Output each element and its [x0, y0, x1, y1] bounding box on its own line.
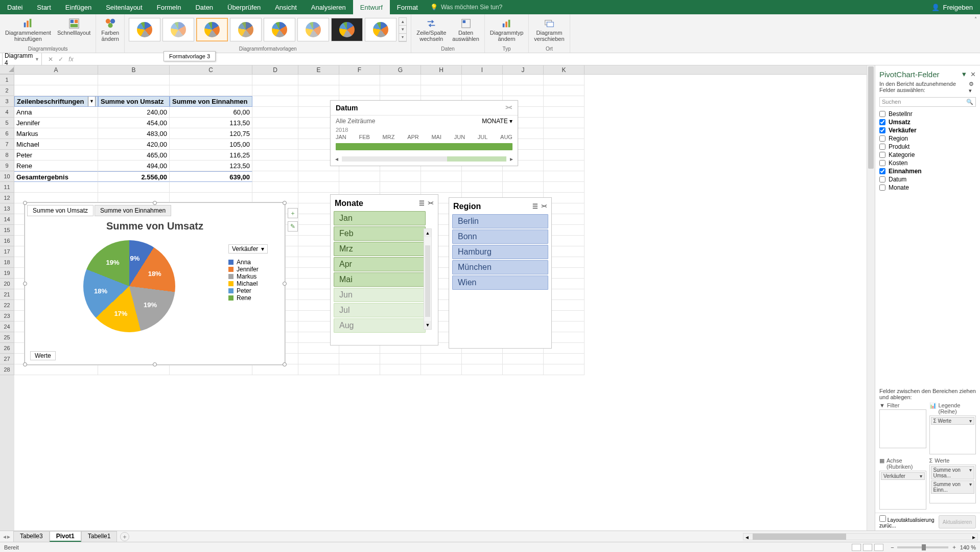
- style-thumb-7[interactable]: [331, 18, 363, 41]
- timeline-month[interactable]: FEB: [359, 134, 369, 140]
- sheet-nav-prev[interactable]: ◂: [3, 533, 6, 540]
- values-area-dropzone[interactable]: Summe von Umsa...▾ Summe von Einn...▾: [929, 465, 976, 503]
- close-panel-icon[interactable]: ✕: [970, 71, 976, 78]
- legend-item[interactable]: Michael: [228, 280, 279, 287]
- values-field-button[interactable]: Werte: [30, 351, 56, 360]
- column-header-E[interactable]: E: [298, 65, 339, 74]
- chart-styles-gallery[interactable]: ▲▼▾: [128, 16, 408, 43]
- row-header[interactable]: 24: [0, 321, 14, 332]
- field-item[interactable]: Monate: [879, 183, 976, 192]
- timeline-range-bar[interactable]: [336, 143, 512, 150]
- ribbon-tab-entwurf[interactable]: Entwurf: [353, 0, 390, 14]
- row-header[interactable]: 21: [0, 289, 14, 300]
- quick-layout-button[interactable]: Schnelllayout: [55, 16, 92, 43]
- name-box[interactable]: Diagramm 4▼: [2, 51, 42, 67]
- value-pill-einnahmen[interactable]: Summe von Einn...▾: [931, 480, 975, 494]
- select-data-button[interactable]: Daten auswählen: [450, 16, 481, 43]
- ribbon-tab-seitenlayout[interactable]: Seitenlayout: [99, 0, 150, 14]
- vertical-scrollbar[interactable]: [867, 65, 875, 531]
- slicer-item[interactable]: Jun: [334, 288, 426, 302]
- enter-icon[interactable]: ✓: [56, 56, 65, 63]
- timeline-scroll-left[interactable]: ◂: [333, 155, 341, 163]
- row-header[interactable]: 5: [0, 118, 14, 128]
- ribbon-tab-ansicht[interactable]: Ansicht: [268, 0, 304, 14]
- legend-area-dropzone[interactable]: Σ Werte▾: [929, 416, 976, 454]
- normal-view-button[interactable]: [852, 544, 861, 551]
- timeline-scroll-right[interactable]: ▸: [507, 155, 516, 163]
- slicer-item[interactable]: Apr: [334, 257, 426, 271]
- column-header-G[interactable]: G: [380, 65, 421, 74]
- column-header-C[interactable]: C: [170, 65, 252, 74]
- clear-filter-icon[interactable]: ⪥: [428, 200, 434, 207]
- chart-title[interactable]: Summe von Umsatz: [25, 220, 285, 232]
- row-header[interactable]: 22: [0, 300, 14, 311]
- chart-legend[interactable]: Verkäufer▾ AnnaJenniferMarkusMichaelPete…: [228, 234, 279, 338]
- column-header-B[interactable]: B: [98, 65, 170, 74]
- legend-item[interactable]: Anna: [228, 259, 279, 266]
- row-header[interactable]: 18: [0, 257, 14, 268]
- zoom-out-button[interactable]: −: [891, 544, 894, 550]
- legend-pill-werte[interactable]: Σ Werte▾: [931, 417, 975, 425]
- panel-layout-icon[interactable]: ⚙ ▾: [969, 81, 976, 94]
- timeline-level-dropdown[interactable]: MONATE ▾: [482, 118, 512, 125]
- axis-area-dropzone[interactable]: Verkäufer▾: [879, 471, 926, 510]
- slicer-monate[interactable]: Monate ☰⪥ JanFebMrzAprMaiJunJulAug ▲ ▼: [330, 194, 438, 346]
- field-item[interactable]: Umsatz: [879, 118, 976, 126]
- column-header-F[interactable]: F: [339, 65, 380, 74]
- pivot-chart[interactable]: ＋ ✎ Summe von UmsatzSumme von Einnahmen …: [25, 202, 285, 365]
- ribbon-tab-formeln[interactable]: Formeln: [150, 0, 189, 14]
- row-header[interactable]: 9: [0, 160, 14, 171]
- row-header[interactable]: 8: [0, 150, 14, 160]
- timeline-month[interactable]: MRZ: [383, 134, 395, 140]
- row-header[interactable]: 26: [0, 343, 14, 354]
- field-search-input[interactable]: Suchen🔍: [879, 97, 976, 107]
- column-header-H[interactable]: H: [421, 65, 462, 74]
- field-item[interactable]: Kategorie: [879, 151, 976, 159]
- row-header[interactable]: 16: [0, 236, 14, 246]
- row-header[interactable]: 20: [0, 279, 14, 289]
- panel-options-icon[interactable]: ▾: [962, 70, 966, 79]
- ribbon-tab-start[interactable]: Start: [30, 0, 58, 14]
- timeline-month[interactable]: JUN: [454, 134, 465, 140]
- style-thumb-5[interactable]: [264, 18, 295, 41]
- share-button[interactable]: 👤 Freigeben: [924, 4, 980, 11]
- chart-value-tab[interactable]: Summe von Umsatz: [27, 205, 94, 216]
- row-header[interactable]: 3: [0, 96, 14, 107]
- slicer-item[interactable]: Mrz: [334, 242, 426, 256]
- slicer-item[interactable]: Feb: [334, 226, 426, 241]
- slicer-region[interactable]: Region ☰⪥ BerlinBonnHamburgMünchenWien: [449, 197, 552, 349]
- field-item[interactable]: Datum: [879, 175, 976, 183]
- sheet-nav-next[interactable]: ▸: [7, 533, 10, 540]
- zoom-slider[interactable]: [897, 546, 948, 548]
- timeline-month[interactable]: AUG: [500, 134, 512, 140]
- sheet-tab[interactable]: Pivot1: [50, 531, 81, 542]
- style-thumb-1[interactable]: [129, 18, 160, 41]
- row-header[interactable]: 23: [0, 311, 14, 321]
- ribbon-tab-daten[interactable]: Daten: [188, 0, 220, 14]
- row-header[interactable]: 12: [0, 193, 14, 203]
- value-pill-umsatz[interactable]: Summe von Umsa...▾: [931, 466, 975, 479]
- change-chart-type-button[interactable]: Diagrammtyp ändern: [488, 16, 525, 43]
- update-button[interactable]: Aktualisieren: [939, 515, 976, 528]
- slicer-item[interactable]: Wien: [452, 275, 548, 290]
- page-break-view-button[interactable]: [874, 544, 883, 551]
- filter-area-dropzone[interactable]: [879, 409, 926, 448]
- style-thumb-8[interactable]: [365, 18, 396, 41]
- row-header[interactable]: 27: [0, 354, 14, 364]
- worksheet-area[interactable]: ABCDEFGHIJK 1234567891011121314151617181…: [0, 65, 875, 531]
- defer-layout-checkbox[interactable]: Layoutaktualisierung zurüc...: [879, 515, 939, 528]
- pie-plot-area[interactable]: 9%18%19%17%18%19%: [83, 240, 175, 332]
- switch-row-column-button[interactable]: Zeile/Spalte wechseln: [414, 16, 448, 43]
- chart-elements-button[interactable]: ＋: [288, 208, 298, 218]
- timeline-month[interactable]: APR: [407, 134, 419, 140]
- add-chart-element-button[interactable]: Diagrammelement hinzufügen: [3, 16, 53, 43]
- row-header[interactable]: 28: [0, 364, 14, 375]
- style-thumb-2[interactable]: [162, 18, 194, 41]
- field-item[interactable]: Bestellnr: [879, 110, 976, 118]
- field-item[interactable]: Kosten: [879, 159, 976, 167]
- horizontal-scrollbar[interactable]: ◂▸: [743, 533, 978, 540]
- timeline-month[interactable]: JAN: [336, 134, 346, 140]
- legend-field-button[interactable]: Verkäufer▾: [228, 244, 268, 254]
- column-header-J[interactable]: J: [503, 65, 544, 74]
- cancel-icon[interactable]: ✕: [46, 56, 55, 63]
